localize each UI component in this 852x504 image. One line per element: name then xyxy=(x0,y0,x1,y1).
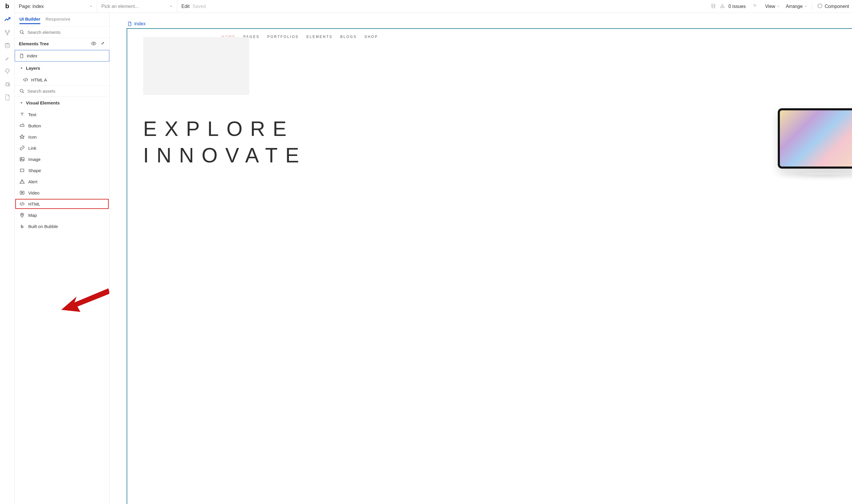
triangle-down-icon xyxy=(20,102,23,105)
arrange-menu[interactable]: Arrange xyxy=(783,4,810,9)
logs-icon[interactable] xyxy=(4,94,11,101)
chevron-down-icon xyxy=(89,5,93,8)
page-selector[interactable]: Page: index xyxy=(15,0,97,13)
layer-html-a[interactable]: HTML A xyxy=(15,74,109,85)
workflow-icon[interactable] xyxy=(4,30,11,36)
annotation-arrow xyxy=(61,285,109,314)
element-html[interactable]: HTML xyxy=(15,198,109,210)
nav-blogs[interactable]: BLOGS xyxy=(340,35,357,39)
warning-icon[interactable] xyxy=(719,3,725,10)
star-icon xyxy=(19,134,25,140)
styles-icon[interactable] xyxy=(4,55,11,62)
shape-icon xyxy=(19,168,25,173)
layers-label: Layers xyxy=(26,66,40,71)
element-text[interactable]: Text xyxy=(15,109,109,120)
element-label: Button xyxy=(28,123,41,128)
tree-root-label: index xyxy=(27,53,37,58)
element-map[interactable]: Map xyxy=(15,210,109,221)
svg-marker-18 xyxy=(61,288,109,312)
element-button[interactable]: Button xyxy=(15,120,109,131)
element-video[interactable]: Video xyxy=(15,187,109,198)
bubble-icon: b xyxy=(19,223,25,229)
expand-icon[interactable] xyxy=(101,41,105,46)
element-label: Link xyxy=(28,146,36,151)
tab-ui-builder[interactable]: UI Builder xyxy=(19,17,40,24)
alert-icon xyxy=(19,179,25,184)
search-assets-input[interactable] xyxy=(28,89,105,93)
canvas-page-label[interactable]: index xyxy=(127,21,145,26)
element-icon[interactable]: Icon xyxy=(15,131,109,142)
code-icon xyxy=(19,201,25,206)
element-selector[interactable]: Pick an element... xyxy=(97,0,177,13)
settings-icon[interactable] xyxy=(4,81,11,88)
svg-rect-12 xyxy=(20,125,24,127)
page-frame[interactable]: HOME PAGES PORTFOLIOS ELEMENTS BLOGS SHO… xyxy=(127,28,852,504)
code-icon xyxy=(23,77,28,83)
editor-canvas[interactable]: index HOME PAGES PORTFOLIOS ELEMENTS BLO… xyxy=(109,13,852,504)
element-selector-placeholder: Pick an element... xyxy=(101,4,139,9)
bubble-logo: b xyxy=(5,2,9,10)
cube-icon xyxy=(817,3,823,10)
pointer-icon[interactable] xyxy=(752,3,758,10)
map-pin-icon xyxy=(19,212,25,218)
view-label: View xyxy=(765,4,775,9)
canvas-page-name: index xyxy=(134,21,145,26)
element-label: Image xyxy=(28,157,41,162)
visual-elements-label: Visual Elements xyxy=(26,100,60,105)
element-label: Shape xyxy=(28,168,41,173)
layer-label: HTML A xyxy=(31,77,47,83)
element-label: Built on Bubble xyxy=(28,224,58,229)
element-label: Icon xyxy=(28,134,36,140)
svg-point-9 xyxy=(20,30,23,33)
edit-mode-label[interactable]: Edit xyxy=(181,4,190,9)
svg-point-11 xyxy=(20,89,23,92)
tree-root-node[interactable]: index xyxy=(15,50,109,61)
svg-point-3 xyxy=(5,43,10,45)
issues-count[interactable]: 0 issues xyxy=(728,4,746,9)
element-shape[interactable]: Shape xyxy=(15,165,109,176)
element-link[interactable]: Link xyxy=(15,142,109,154)
headline-line-1: EXPLORE xyxy=(143,117,307,141)
component-menu[interactable]: Component xyxy=(814,3,852,10)
element-built-on-bubble[interactable]: b Built on Bubble xyxy=(15,221,109,232)
svg-rect-15 xyxy=(20,169,24,172)
tab-responsive[interactable]: Responsive xyxy=(46,17,70,24)
svg-point-7 xyxy=(712,3,713,5)
svg-point-8 xyxy=(714,3,715,5)
element-label: HTML xyxy=(28,201,40,206)
design-tab-icon[interactable] xyxy=(4,17,11,23)
layers-group[interactable]: Layers xyxy=(15,62,109,74)
text-icon xyxy=(19,112,25,117)
hero-headline[interactable]: EXPLORE INNOVATE xyxy=(143,117,307,167)
plugins-icon[interactable] xyxy=(4,68,11,75)
svg-rect-2 xyxy=(6,34,8,35)
tablet-screen xyxy=(778,108,852,168)
image-icon xyxy=(19,157,25,162)
page-icon xyxy=(19,54,24,58)
eye-icon[interactable] xyxy=(91,41,96,46)
page-selector-label: Page: index xyxy=(19,4,44,9)
arrange-label: Arrange xyxy=(786,4,802,9)
svg-rect-13 xyxy=(20,157,24,161)
gift-icon[interactable] xyxy=(710,3,716,10)
element-alert[interactable]: Alert xyxy=(15,176,109,187)
element-label: Map xyxy=(28,213,37,218)
search-elements-input[interactable] xyxy=(28,30,105,35)
nav-elements[interactable]: ELEMENTS xyxy=(307,35,333,39)
element-image[interactable]: Image xyxy=(15,154,109,165)
nav-shop[interactable]: SHOP xyxy=(365,35,378,39)
svg-point-10 xyxy=(93,43,94,44)
element-label: Video xyxy=(28,191,39,195)
svg-rect-0 xyxy=(5,30,6,32)
left-icon-rail: b xyxy=(0,0,15,504)
nav-portfolios[interactable]: PORTFOLIOS xyxy=(267,35,299,39)
component-label: Component xyxy=(824,4,849,9)
triangle-down-icon xyxy=(20,67,23,70)
hero-placeholder[interactable] xyxy=(143,37,249,95)
data-icon[interactable] xyxy=(4,42,11,49)
visual-elements-section[interactable]: Visual Elements xyxy=(15,96,109,109)
link-icon xyxy=(19,145,25,151)
search-icon xyxy=(19,89,24,93)
view-menu[interactable]: View xyxy=(762,4,783,9)
element-label: Text xyxy=(28,112,36,117)
